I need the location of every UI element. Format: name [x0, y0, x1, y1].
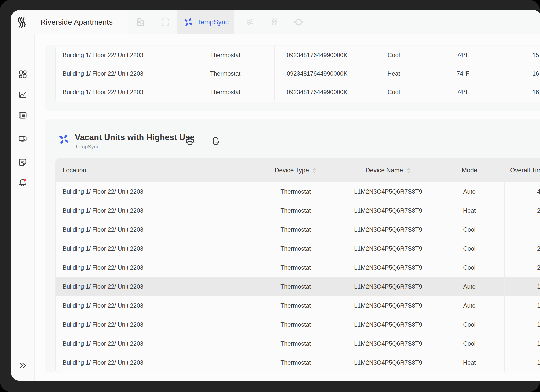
cell-mode: Auto — [434, 182, 505, 201]
column-header-device-type[interactable]: Device Type — [250, 167, 342, 174]
column-header-mode[interactable]: Mode — [434, 167, 505, 174]
table-row[interactable]: Building 1/ Floor 22/ Unit 2203Thermosta… — [56, 353, 540, 372]
cell-location: Building 1/ Floor 22/ Unit 2203 — [56, 334, 250, 353]
cell-mode: Auto — [434, 296, 505, 315]
print-icon[interactable] — [185, 136, 195, 146]
cell-mode: Cool — [360, 83, 428, 102]
cell-location: Building 1/ Floor 22/ Unit 2203 — [56, 64, 176, 83]
cell-overall-time: 1 — [505, 353, 540, 372]
vacant-units-table-body: Building 1/ Floor 22/ Unit 2203Thermosta… — [56, 182, 540, 372]
cell-overall-time: 1 — [505, 315, 540, 334]
sort-icon[interactable] — [406, 167, 411, 174]
cell-overall-time: 2 — [505, 239, 540, 258]
cell-device-type: Thermostat — [250, 334, 342, 353]
top-table-body: Building 1/ Floor 22/ Unit 2203Thermosta… — [56, 46, 540, 102]
dashboard-icon[interactable] — [18, 70, 27, 79]
section-title: Vacant Units with Highest Use — [75, 133, 195, 142]
table-row[interactable]: Building 1/ Floor 22/ Unit 2203Thermosta… — [56, 201, 540, 220]
bell-icon[interactable] — [18, 178, 27, 187]
export-icon[interactable] — [211, 136, 221, 146]
notification-badge — [24, 179, 26, 181]
tab-energy[interactable] — [262, 10, 286, 34]
tab-tempsync[interactable]: TempSync — [177, 10, 234, 34]
cell-overall-time — [505, 220, 540, 239]
table-row[interactable]: Building 1/ Floor 22/ Unit 2203Thermosta… — [56, 182, 540, 201]
column-header-overall-time[interactable]: Overall Time — [505, 167, 540, 174]
table-row[interactable]: Building 1/ Floor 22/ Unit 2203Thermosta… — [56, 296, 540, 315]
section-header: Vacant Units with Highest Use TempSync — [58, 133, 195, 150]
cell-device-name: L1M2N3O4P5Q6R7S8T9 — [342, 277, 434, 296]
cell-location: Building 1/ Floor 22/ Unit 2203 — [56, 353, 250, 372]
main-content: Building 1/ Floor 22/ Unit 2203Thermosta… — [35, 34, 540, 381]
cell-device-name: L1M2N3O4P5Q6R7S8T9 — [342, 182, 434, 201]
vacant-units-table: Location Device Type Device Name — [56, 158, 540, 373]
compressor-icon — [294, 17, 304, 28]
cell-device-name: L1M2N3O4P5Q6R7S8T9 — [342, 353, 434, 372]
cell-location: Building 1/ Floor 22/ Unit 2203 — [56, 277, 250, 296]
table-row[interactable]: Building 1/ Floor 22/ Unit 2203Thermosta… — [56, 258, 540, 277]
cell-location: Building 1/ Floor 22/ Unit 2203 — [56, 46, 176, 64]
tab-tempsync-label: TempSync — [197, 18, 229, 26]
bolt-icon — [270, 17, 280, 27]
column-header-location[interactable]: Location — [56, 167, 250, 174]
cell-overall-time: 2 — [505, 258, 540, 277]
app-window: Riverside Apartments — [11, 10, 540, 381]
cell-mode: Cool — [434, 258, 505, 277]
cell-mode: Cool — [434, 334, 505, 353]
cell-mode: Cool — [434, 220, 505, 239]
directory-icon[interactable] — [18, 111, 27, 120]
table-row[interactable]: Building 1/ Floor 22/ Unit 2203Thermosta… — [56, 46, 540, 64]
cell-device-type: Thermostat — [250, 277, 342, 296]
sidebar — [11, 34, 35, 381]
cell-overall-time: 2 — [505, 201, 540, 220]
cell-device-type: Thermostat — [250, 258, 342, 277]
cell-temperature: 74°F — [428, 64, 498, 83]
cell-device-type: Thermostat — [250, 315, 342, 334]
cell-device-name: L1M2N3O4P5Q6R7S8T9 — [342, 258, 434, 277]
fullscreen-icon — [160, 17, 170, 27]
tab-airflow[interactable] — [238, 10, 262, 34]
cell-mode: Heat — [434, 353, 505, 372]
table-row[interactable]: Building 1/ Floor 22/ Unit 2203Thermosta… — [56, 83, 540, 102]
cell-mode: Auto — [434, 277, 505, 296]
cell-overall-time: 1 — [505, 334, 540, 353]
cell-mode: Cool — [434, 239, 505, 258]
cell-temperature: 74°F — [428, 46, 498, 64]
cell-temperature: 74°F — [428, 83, 498, 102]
tab-strip: TempSync — [128, 10, 540, 34]
tab-compressor[interactable] — [287, 10, 311, 34]
sidebar-divider — [11, 151, 34, 152]
cell-device-name: L1M2N3O4P5Q6R7S8T9 — [342, 201, 434, 220]
cell-device-name: L1M2N3O4P5Q6R7S8T9 — [342, 296, 434, 315]
tab-fullscreen[interactable] — [154, 10, 178, 34]
cell-device-type: Thermostat — [250, 239, 342, 258]
cell-mode: Heat — [434, 201, 505, 220]
notes-icon[interactable] — [18, 158, 27, 167]
cell-mode: Cool — [434, 315, 505, 334]
table-row[interactable]: Building 1/ Floor 22/ Unit 2203Thermosta… — [56, 239, 540, 258]
collapse-sidebar-icon[interactable] — [18, 361, 28, 371]
trend-chart-icon[interactable] — [18, 90, 27, 100]
cell-mode: Cool — [360, 46, 428, 64]
cell-device-name: 09234817644990000K — [275, 64, 360, 83]
cell-location: Building 1/ Floor 22/ Unit 2203 — [56, 182, 250, 201]
table-row[interactable]: Building 1/ Floor 22/ Unit 2203Thermosta… — [56, 334, 540, 353]
building-icon — [136, 17, 146, 27]
devices-icon[interactable] — [18, 135, 27, 144]
cell-device-name: 09234817644990000K — [275, 83, 360, 102]
cell-device-name: L1M2N3O4P5Q6R7S8T9 — [342, 239, 434, 258]
cell-device-type: Thermostat — [250, 353, 342, 372]
cell-location: Building 1/ Floor 22/ Unit 2203 — [56, 220, 250, 239]
tempsync-fan-icon — [58, 134, 70, 145]
tab-building[interactable] — [128, 10, 152, 34]
cell-location: Building 1/ Floor 22/ Unit 2203 — [56, 315, 250, 334]
table-row[interactable]: Building 1/ Floor 22/ Unit 2203Thermosta… — [56, 277, 540, 296]
app-logo-icon[interactable] — [17, 17, 28, 28]
sort-icon[interactable] — [312, 167, 317, 174]
table-row[interactable]: Building 1/ Floor 22/ Unit 2203Thermosta… — [56, 64, 540, 83]
sidebar-divider — [11, 128, 34, 128]
table-row[interactable]: Building 1/ Floor 22/ Unit 2203Thermosta… — [56, 220, 540, 239]
column-header-device-name[interactable]: Device Name — [342, 167, 434, 174]
table-row[interactable]: Building 1/ Floor 22/ Unit 2203Thermosta… — [56, 315, 540, 334]
cell-device-type: Thermostat — [250, 201, 342, 220]
